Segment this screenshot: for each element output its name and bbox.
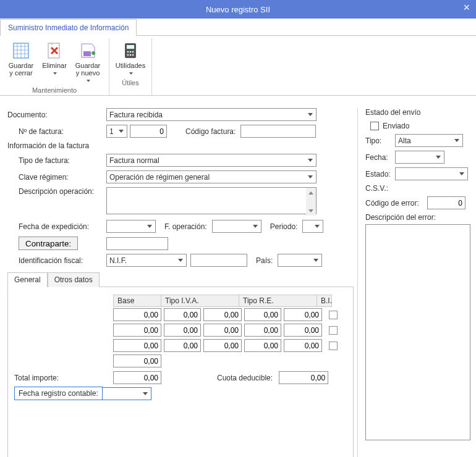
desc-operacion-label: Descripción operación: [19,187,106,196]
col-head-bi: B.I. [317,295,332,307]
envio-estado-label: Estado: [365,170,395,178]
col-head-base: Base [113,295,161,307]
ribbon-tab-sii[interactable]: Suministro Inmediato de Información [0,19,137,36]
re-pct-input[interactable] [244,308,281,321]
f-operacion-combo[interactable] [212,220,261,233]
scroll-up-icon[interactable] [306,188,316,198]
total-importe-label: Total importe: [14,374,113,382]
close-icon[interactable]: × [463,1,470,14]
btn-label-l1: Guardar [9,62,33,69]
iva-pct-input[interactable] [164,308,201,321]
codigo-factura-label: Código factura: [185,127,236,136]
iva-cuota-input[interactable] [203,324,242,337]
svg-point-10 [132,54,134,56]
btn-label-l2: y cerrar [9,69,32,77]
chevron-down-icon [453,139,461,142]
scroll-down-icon[interactable] [306,206,316,216]
bi-checkbox[interactable] [329,326,338,335]
col-head-tipo-iva: Tipo I.V.A. [161,295,239,307]
envio-tipo-combo[interactable]: Alta [395,134,463,147]
cuota-deducible-label: Cuota deducible: [217,374,273,382]
n-factura-num-input[interactable] [130,125,167,138]
contraparte-button[interactable]: Contraparte: [19,237,78,250]
calculator-icon [121,41,140,61]
eliminar-button[interactable]: Eliminar [38,40,70,85]
tab-general[interactable]: General [7,272,48,287]
base-input[interactable] [113,308,161,321]
fecha-exp-label: Fecha de expedición: [19,222,106,231]
fecha-registro-combo[interactable] [102,387,151,400]
scrollbar[interactable] [306,188,316,216]
ident-fiscal-input[interactable] [190,254,247,267]
col-head-tipo-re: Tipo R.E. [239,295,317,307]
iva-pct-input[interactable] [164,324,201,337]
tab-panel-general: Base Tipo I.V.A. Tipo R.E. B.I. [7,287,354,457]
iva-cuota-input[interactable] [203,339,242,352]
bi-checkbox[interactable] [329,342,338,350]
re-cuota-input[interactable] [284,339,322,352]
chevron-down-icon [145,225,154,228]
svg-point-6 [130,51,132,53]
desc-operacion-textarea[interactable] [106,187,317,214]
btn-caret [52,69,57,77]
n-factura-label: Nº de factura: [19,127,106,136]
n-factura-serie-combo[interactable]: 1 [106,125,127,138]
ribbon-group-label: Útiles [122,79,139,86]
titlebar: Nuevo registro SII × [0,0,476,19]
envio-estado-combo[interactable] [395,167,468,180]
combo-text: Operación de régimen general [109,173,306,182]
contraparte-input[interactable] [106,237,168,250]
chevron-down-icon [141,392,150,395]
tipo-factura-combo[interactable]: Factura normal [106,154,317,167]
ident-fiscal-label: Identificación fiscal: [19,256,106,265]
periodo-combo[interactable] [302,220,323,233]
btn-label-l1: Guardar [75,62,100,69]
tabs: General Otros datos [7,272,354,287]
iva-pct-input[interactable] [164,339,201,352]
envio-csv-label: C.S.V.: [365,184,388,193]
chevron-down-icon [85,77,90,84]
utilidades-button[interactable]: Utilidades [114,40,147,78]
table-row [113,324,347,337]
guardar-nuevo-button[interactable]: Guardar y nuevo [72,40,104,85]
ribbon-group-utiles: Utilidades Útiles [109,38,152,95]
chevron-down-icon [306,175,315,178]
ident-fiscal-type-combo[interactable]: N.I.F. [106,254,187,267]
ribbon-group-mantenimiento: Guardar y cerrar Eliminar Guardar y nuev… [0,38,109,95]
chevron-down-icon [434,156,443,159]
fecha-exp-combo[interactable] [106,220,156,233]
documento-combo[interactable]: Factura recibida [106,108,317,121]
combo-text: 1 [109,127,117,136]
chevron-down-icon [306,159,315,162]
periodo-label: Periodo: [270,222,298,231]
subtotal-input[interactable] [113,354,161,367]
tab-otros-datos[interactable]: Otros datos [48,272,100,287]
tipo-factura-label: Tipo de factura: [19,156,106,165]
desc-error-textarea[interactable] [365,224,470,440]
re-cuota-input[interactable] [284,308,322,321]
window-title: Nuevo registro SII [206,5,270,14]
btn-label-l1: Utilidades [116,62,145,69]
cuota-deducible-input[interactable] [279,371,328,384]
re-pct-input[interactable] [244,339,281,352]
codigo-factura-input[interactable] [240,125,316,138]
re-cuota-input[interactable] [284,324,322,337]
envio-fecha-combo[interactable] [395,151,444,164]
pais-combo[interactable] [278,254,322,267]
bi-checkbox[interactable] [329,311,338,319]
enviado-checkbox[interactable] [370,122,379,130]
re-pct-input[interactable] [244,324,281,337]
total-importe-input[interactable] [113,371,161,384]
chevron-down-icon [251,225,260,228]
codigo-error-input[interactable] [427,196,465,209]
codigo-error-label: Código de error: [365,199,427,208]
guardar-cerrar-button[interactable]: Guardar y cerrar [5,40,37,85]
chevron-down-icon [312,259,320,262]
iva-cuota-input[interactable] [203,308,242,321]
base-input[interactable] [113,339,161,352]
delete-icon [45,41,64,61]
clave-regimen-combo[interactable]: Operación de régimen general [106,170,317,183]
base-input[interactable] [113,324,161,337]
chevron-down-icon [313,225,321,228]
table-row [113,354,347,367]
